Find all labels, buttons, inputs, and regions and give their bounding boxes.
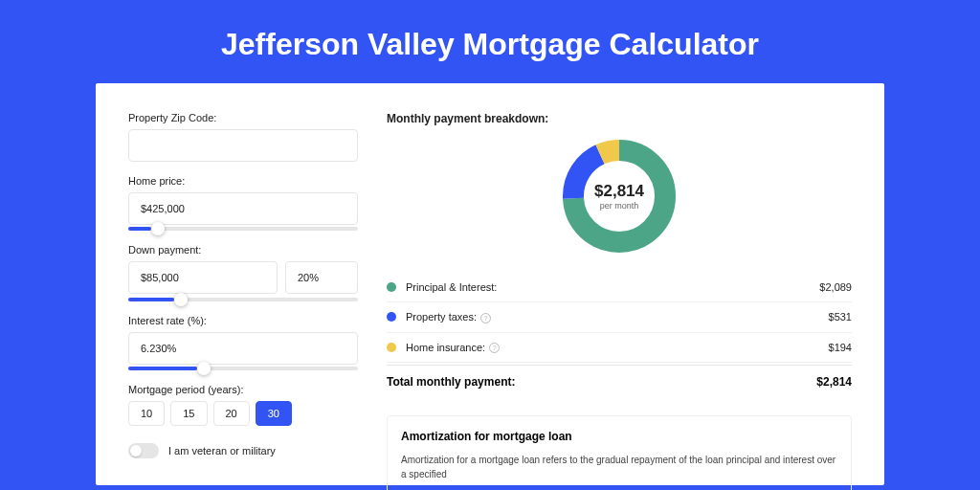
legend-label: Property taxes:? — [406, 311, 829, 323]
rate-slider[interactable] — [128, 367, 358, 370]
zip-label: Property Zip Code: — [128, 112, 358, 123]
amortization-heading: Amortization for mortgage loan — [401, 430, 837, 443]
total-value: $2,814 — [816, 375, 852, 389]
period-15-button[interactable]: 15 — [170, 401, 207, 426]
total-label: Total monthly payment: — [387, 375, 816, 389]
legend-label: Home insurance:? — [406, 342, 829, 354]
period-30-button[interactable]: 30 — [256, 401, 292, 426]
donut-sublabel: per month — [600, 201, 639, 211]
down-amount-input[interactable] — [128, 261, 278, 294]
rate-label: Interest rate (%): — [128, 315, 358, 326]
dot-yellow-icon — [387, 343, 396, 352]
legend-value: $531 — [829, 311, 852, 323]
period-10-button[interactable]: 10 — [128, 401, 165, 426]
period-20-button[interactable]: 20 — [213, 401, 250, 426]
legend-taxes: Property taxes:? $531 — [387, 302, 852, 333]
legend-principal: Principal & Interest: $2,089 — [387, 273, 852, 302]
dot-green-icon — [387, 282, 396, 292]
form-panel: Property Zip Code: Home price: Down paym… — [128, 112, 358, 457]
legend-label: Principal & Interest: — [406, 281, 819, 293]
dot-blue-icon — [387, 312, 396, 322]
period-label: Mortgage period (years): — [128, 384, 358, 395]
price-slider[interactable] — [128, 227, 358, 231]
veteran-toggle[interactable] — [128, 443, 159, 458]
rate-input[interactable] — [128, 332, 358, 365]
down-percent-input[interactable] — [285, 261, 358, 294]
calculator-card: Property Zip Code: Home price: Down paym… — [96, 83, 884, 485]
veteran-label: I am veteran or military — [168, 445, 276, 457]
page-title: Jefferson Valley Mortgage Calculator — [0, 0, 980, 83]
period-buttons: 10 15 20 30 — [128, 401, 358, 426]
donut-value: $2,814 — [594, 182, 644, 201]
breakdown-panel: Monthly payment breakdown: $2,814 per mo… — [387, 112, 852, 457]
payment-donut-chart: $2,814 per month — [562, 139, 677, 254]
total-row: Total monthly payment: $2,814 — [387, 365, 852, 398]
down-slider[interactable] — [128, 298, 358, 301]
breakdown-heading: Monthly payment breakdown: — [387, 112, 852, 125]
down-label: Down payment: — [128, 244, 358, 256]
amortization-text: Amortization for a mortgage loan refers … — [401, 453, 837, 481]
zip-input[interactable] — [128, 129, 358, 162]
price-input[interactable] — [128, 192, 358, 225]
info-icon[interactable]: ? — [480, 313, 491, 323]
legend-value: $194 — [829, 342, 852, 353]
amortization-section: Amortization for mortgage loan Amortizat… — [387, 415, 852, 490]
price-label: Home price: — [128, 175, 358, 187]
legend-insurance: Home insurance:? $194 — [387, 333, 852, 364]
info-icon[interactable]: ? — [489, 343, 500, 353]
legend-value: $2,089 — [819, 281, 852, 293]
